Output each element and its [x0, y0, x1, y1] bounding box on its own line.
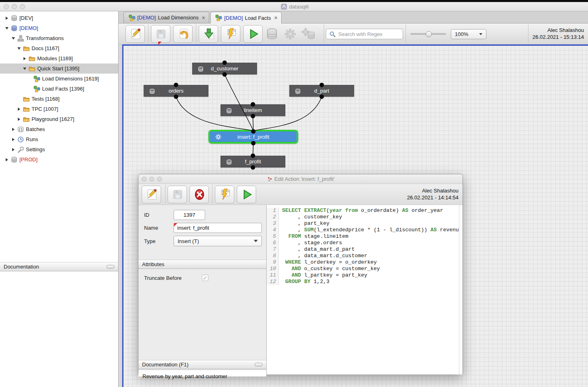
expand-arrow-icon[interactable] — [16, 118, 22, 121]
table-icon — [197, 66, 204, 72]
dialog-edit-button[interactable] — [142, 186, 161, 203]
node-f-profit[interactable]: f_profit — [221, 156, 285, 167]
collapse-panel-button[interactable] — [255, 363, 263, 366]
tree-item-runs[interactable]: Runs — [0, 134, 118, 144]
dialog-run-button[interactable] — [237, 186, 256, 203]
undo-icon — [177, 27, 190, 40]
tree-item-quick-start[interactable]: Quick Start [1395] — [0, 63, 118, 74]
tree-item-batches[interactable]: {} Batches — [0, 124, 118, 134]
edit-button[interactable] — [125, 25, 145, 43]
name-row: Name — [144, 223, 262, 233]
expand-arrow-icon[interactable] — [22, 57, 28, 60]
window-title: datasqill — [0, 3, 588, 10]
database-gear-icon — [301, 28, 315, 40]
window-titlebar: datasqill — [0, 2, 588, 11]
expand-arrow-icon[interactable] — [11, 128, 16, 131]
pencil-icon — [129, 27, 142, 40]
green-down-arrow-icon — [202, 27, 215, 40]
sidebar-documentation-header: Documentation — [0, 262, 118, 271]
expand-arrow-icon[interactable] — [16, 108, 22, 111]
modified-indicator — [158, 42, 161, 45]
zoom-slider-knob[interactable] — [426, 31, 432, 37]
svg-text:{}: {} — [18, 127, 23, 131]
settings-wrench-icon — [17, 146, 24, 153]
tree-item-tpc[interactable]: TPC [1007] — [0, 104, 118, 114]
search-input[interactable] — [338, 31, 410, 38]
tree-item-docs[interactable]: Docs [1167] — [0, 43, 118, 53]
collapse-arrow-icon[interactable] — [16, 47, 22, 50]
user-name: Alec Shalashou — [533, 27, 584, 34]
main-toolbar: 100% Alec Shalashou 26.02.2021 - 15:13:1… — [119, 23, 588, 44]
sidebar: [DEV] [DEMO] Transformations Docs [1167] — [0, 11, 119, 387]
database-icon — [11, 156, 17, 163]
sidebar-documentation-content[interactable] — [0, 271, 118, 387]
user-info: Alec Shalashou 26.02.2021 - 15:13:14 — [533, 27, 584, 40]
execute-sql-button[interactable] — [221, 25, 240, 43]
expand-arrow-icon[interactable] — [4, 158, 10, 161]
tree-item-modules[interactable]: Modules [1169] — [0, 53, 118, 63]
node-lineitem[interactable]: lineitem — [221, 104, 285, 116]
collapse-arrow-icon[interactable] — [11, 37, 16, 40]
table-icon — [149, 88, 155, 95]
save-icon — [155, 27, 168, 40]
dialog-save-button[interactable] — [168, 186, 187, 203]
collapse-arrow-icon[interactable] — [4, 27, 10, 30]
dialog-execute-sql-button[interactable] — [215, 186, 234, 203]
tab-bar: [DEMO] Load Dimensions × [DEMO] Load Fac… — [119, 11, 588, 23]
undo-button[interactable] — [173, 25, 193, 43]
transformations-icon — [17, 35, 24, 42]
collapse-arrow-icon[interactable] — [22, 68, 28, 70]
sql-code[interactable]: 1SELECT EXTRACT(year from o_orderdate) A… — [267, 207, 459, 285]
deploy-button[interactable] — [199, 25, 218, 43]
database-gray-icon — [266, 28, 278, 40]
node-d-customer[interactable]: d_customer — [192, 63, 257, 74]
run-button[interactable] — [243, 25, 263, 43]
dialog-documentation-title: Documentation (F1) — [142, 362, 189, 368]
runs-clock-icon — [17, 136, 24, 143]
truncate-before-row: Truncate Before ✓ — [144, 275, 257, 281]
tree-item-load-facts[interactable]: Load Facts [1396] — [0, 84, 118, 94]
tree-item-load-dimensions[interactable]: Load Dimensions [1619] — [0, 74, 118, 84]
tree-item-transformations[interactable]: Transformations — [0, 33, 118, 43]
truncate-before-checkbox[interactable]: ✓ — [202, 275, 208, 281]
folder-icon — [23, 45, 30, 52]
save-button[interactable] — [151, 25, 170, 43]
expand-arrow-icon[interactable] — [4, 17, 10, 20]
name-label: Name — [144, 225, 174, 231]
tree-item-playground[interactable]: Playground [1627] — [0, 114, 118, 124]
close-tab-icon[interactable]: × — [202, 15, 205, 21]
expand-arrow-icon[interactable] — [11, 138, 16, 141]
zoom-select[interactable]: 100% — [451, 29, 486, 39]
node-orders[interactable]: orders — [144, 85, 208, 97]
node-insert-f-profit-selected[interactable]: insert: f_profit — [208, 130, 298, 144]
tab-load-dimensions[interactable]: [DEMO] Load Dimensions × — [123, 12, 209, 23]
node-d-part[interactable]: d_part — [289, 85, 354, 97]
modified-corner-indicator — [174, 223, 177, 226]
sql-scrollbar[interactable] — [459, 205, 463, 374]
id-field[interactable] — [174, 210, 205, 220]
tree-item-demo[interactable]: [DEMO] — [0, 23, 118, 33]
type-row: Type Insert (T) — [144, 236, 262, 246]
tree-item-tests[interactable]: Tests [1168] — [0, 94, 118, 104]
dialog-documentation-content[interactable]: Revenue by year, part and customer — [138, 370, 266, 376]
zoom-slider[interactable] — [410, 33, 446, 35]
type-select[interactable]: Insert (T) — [174, 236, 262, 246]
session-timestamp: 26.02.2021 - 15:13:14 — [533, 34, 584, 40]
expand-arrow-icon[interactable] — [11, 148, 16, 151]
tree-item-settings[interactable]: Settings — [0, 144, 118, 154]
close-tab-icon[interactable]: × — [274, 15, 277, 21]
database-blue-icon — [11, 25, 17, 32]
dialog-titlebar[interactable]: Edit Action 'insert: f_profit' — [138, 174, 463, 184]
tab-load-facts[interactable]: [DEMO] Load Facts × — [210, 12, 282, 23]
window-title-text: datasqill — [289, 4, 309, 10]
dialog-documentation-header: Documentation (F1) — [138, 360, 266, 369]
sql-editor[interactable]: 1SELECT EXTRACT(year from o_orderdate) A… — [267, 205, 463, 374]
dialog-cancel-button[interactable] — [189, 186, 209, 203]
collapse-panel-button[interactable] — [106, 265, 115, 269]
tree-item-dev[interactable]: [DEV] — [0, 13, 118, 23]
cancel-red-x-icon — [193, 188, 206, 201]
tree-item-prod[interactable]: [PROD] — [0, 154, 118, 165]
gear-action-disabled — [283, 28, 296, 40]
name-field[interactable] — [174, 223, 262, 233]
play-icon — [240, 188, 253, 201]
